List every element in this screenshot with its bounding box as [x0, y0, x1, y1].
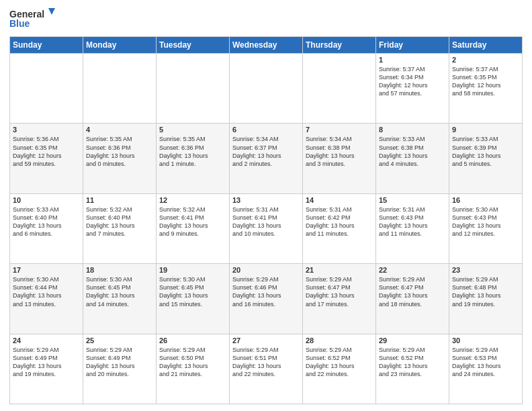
weekday-header-friday: Friday	[376, 37, 449, 54]
calendar-cell	[83, 54, 157, 124]
day-info: Sunrise: 5:35 AM Sunset: 6:36 PM Dayligh…	[86, 135, 153, 168]
calendar-cell: 7Sunrise: 5:34 AM Sunset: 6:38 PM Daylig…	[303, 124, 376, 193]
day-info: Sunrise: 5:29 AM Sunset: 6:53 PM Dayligh…	[452, 346, 519, 379]
calendar-cell: 19Sunrise: 5:30 AM Sunset: 6:45 PM Dayli…	[157, 264, 230, 334]
day-info: Sunrise: 5:32 AM Sunset: 6:40 PM Dayligh…	[86, 205, 153, 238]
calendar-cell: 11Sunrise: 5:32 AM Sunset: 6:40 PM Dayli…	[83, 193, 157, 263]
day-info: Sunrise: 5:34 AM Sunset: 6:37 PM Dayligh…	[232, 135, 300, 168]
calendar-cell: 17Sunrise: 5:30 AM Sunset: 6:44 PM Dayli…	[10, 264, 83, 334]
calendar-cell: 15Sunrise: 5:31 AM Sunset: 6:43 PM Dayli…	[376, 193, 449, 263]
calendar-cell: 22Sunrise: 5:29 AM Sunset: 6:47 PM Dayli…	[376, 264, 449, 334]
day-info: Sunrise: 5:29 AM Sunset: 6:48 PM Dayligh…	[452, 275, 519, 308]
calendar-cell: 12Sunrise: 5:32 AM Sunset: 6:41 PM Dayli…	[157, 193, 230, 263]
day-info: Sunrise: 5:35 AM Sunset: 6:36 PM Dayligh…	[159, 135, 226, 168]
calendar-cell: 6Sunrise: 5:34 AM Sunset: 6:37 PM Daylig…	[230, 124, 303, 193]
weekday-header-sunday: Sunday	[10, 37, 83, 54]
day-info: Sunrise: 5:29 AM Sunset: 6:49 PM Dayligh…	[13, 346, 80, 379]
day-info: Sunrise: 5:37 AM Sunset: 6:34 PM Dayligh…	[379, 65, 446, 98]
day-number: 19	[159, 266, 226, 274]
day-number: 7	[306, 126, 373, 134]
day-info: Sunrise: 5:37 AM Sunset: 6:35 PM Dayligh…	[452, 65, 519, 98]
day-info: Sunrise: 5:29 AM Sunset: 6:51 PM Dayligh…	[232, 346, 300, 379]
day-info: Sunrise: 5:31 AM Sunset: 6:41 PM Dayligh…	[232, 205, 300, 238]
day-number: 16	[452, 196, 519, 204]
weekday-header-monday: Monday	[83, 37, 157, 54]
day-info: Sunrise: 5:30 AM Sunset: 6:44 PM Dayligh…	[13, 275, 80, 308]
calendar-cell: 13Sunrise: 5:31 AM Sunset: 6:41 PM Dayli…	[230, 193, 303, 263]
calendar-cell: 1Sunrise: 5:37 AM Sunset: 6:34 PM Daylig…	[376, 54, 449, 124]
day-info: Sunrise: 5:29 AM Sunset: 6:52 PM Dayligh…	[306, 346, 373, 379]
day-info: Sunrise: 5:33 AM Sunset: 6:40 PM Dayligh…	[13, 205, 80, 238]
header: General Blue	[9, 7, 523, 31]
day-number: 3	[13, 126, 80, 134]
day-number: 5	[159, 126, 226, 134]
calendar-cell: 8Sunrise: 5:33 AM Sunset: 6:38 PM Daylig…	[376, 124, 449, 193]
calendar-page: General Blue SundayMondayTuesdayWednesda…	[0, 0, 532, 411]
day-number: 15	[379, 196, 446, 204]
calendar-cell: 14Sunrise: 5:31 AM Sunset: 6:42 PM Dayli…	[303, 193, 376, 263]
calendar-cell: 25Sunrise: 5:29 AM Sunset: 6:49 PM Dayli…	[83, 334, 157, 404]
day-info: Sunrise: 5:36 AM Sunset: 6:35 PM Dayligh…	[13, 135, 80, 168]
day-number: 29	[379, 336, 446, 345]
calendar-cell: 5Sunrise: 5:35 AM Sunset: 6:36 PM Daylig…	[157, 124, 230, 193]
calendar-cell: 26Sunrise: 5:29 AM Sunset: 6:50 PM Dayli…	[157, 334, 230, 404]
day-number: 20	[232, 266, 300, 274]
calendar-cell	[230, 54, 303, 124]
calendar-week-row: 3Sunrise: 5:36 AM Sunset: 6:35 PM Daylig…	[10, 124, 523, 193]
weekday-header-tuesday: Tuesday	[157, 37, 230, 54]
calendar-cell: 30Sunrise: 5:29 AM Sunset: 6:53 PM Dayli…	[449, 334, 523, 404]
weekday-header-thursday: Thursday	[303, 37, 376, 54]
calendar-cell: 23Sunrise: 5:29 AM Sunset: 6:48 PM Dayli…	[449, 264, 523, 334]
weekday-header-saturday: Saturday	[449, 37, 523, 54]
svg-marker-2	[48, 8, 55, 15]
day-number: 26	[159, 336, 226, 345]
day-info: Sunrise: 5:29 AM Sunset: 6:52 PM Dayligh…	[379, 346, 446, 379]
calendar-cell: 10Sunrise: 5:33 AM Sunset: 6:40 PM Dayli…	[10, 193, 83, 263]
calendar-cell: 27Sunrise: 5:29 AM Sunset: 6:51 PM Dayli…	[230, 334, 303, 404]
day-number: 10	[13, 196, 80, 204]
calendar-cell: 3Sunrise: 5:36 AM Sunset: 6:35 PM Daylig…	[10, 124, 83, 193]
day-number: 14	[306, 196, 373, 204]
day-info: Sunrise: 5:34 AM Sunset: 6:38 PM Dayligh…	[306, 135, 373, 168]
logo-svg: General Blue	[9, 7, 56, 31]
calendar-cell: 2Sunrise: 5:37 AM Sunset: 6:35 PM Daylig…	[449, 54, 523, 124]
day-info: Sunrise: 5:32 AM Sunset: 6:41 PM Dayligh…	[159, 205, 226, 238]
calendar-cell: 21Sunrise: 5:29 AM Sunset: 6:47 PM Dayli…	[303, 264, 376, 334]
logo: General Blue	[9, 7, 56, 31]
day-info: Sunrise: 5:33 AM Sunset: 6:38 PM Dayligh…	[379, 135, 446, 168]
day-number: 28	[306, 336, 373, 345]
calendar-cell: 9Sunrise: 5:33 AM Sunset: 6:39 PM Daylig…	[449, 124, 523, 193]
calendar-cell	[10, 54, 83, 124]
day-info: Sunrise: 5:31 AM Sunset: 6:42 PM Dayligh…	[306, 205, 373, 238]
calendar-cell	[303, 54, 376, 124]
calendar-week-row: 24Sunrise: 5:29 AM Sunset: 6:49 PM Dayli…	[10, 334, 523, 404]
day-number: 1	[379, 56, 446, 64]
day-number: 22	[379, 266, 446, 274]
day-number: 13	[232, 196, 300, 204]
day-number: 25	[86, 336, 153, 345]
day-number: 8	[379, 126, 446, 134]
calendar-cell: 24Sunrise: 5:29 AM Sunset: 6:49 PM Dayli…	[10, 334, 83, 404]
calendar-cell: 28Sunrise: 5:29 AM Sunset: 6:52 PM Dayli…	[303, 334, 376, 404]
calendar-table: SundayMondayTuesdayWednesdayThursdayFrid…	[9, 36, 523, 404]
day-number: 4	[86, 126, 153, 134]
weekday-header-wednesday: Wednesday	[230, 37, 303, 54]
calendar-cell: 4Sunrise: 5:35 AM Sunset: 6:36 PM Daylig…	[83, 124, 157, 193]
day-number: 9	[452, 126, 519, 134]
day-info: Sunrise: 5:29 AM Sunset: 6:46 PM Dayligh…	[232, 275, 300, 308]
day-info: Sunrise: 5:29 AM Sunset: 6:49 PM Dayligh…	[86, 346, 153, 379]
day-number: 12	[159, 196, 226, 204]
day-info: Sunrise: 5:29 AM Sunset: 6:47 PM Dayligh…	[379, 275, 446, 308]
calendar-header-row: SundayMondayTuesdayWednesdayThursdayFrid…	[10, 37, 523, 54]
day-number: 17	[13, 266, 80, 274]
day-info: Sunrise: 5:29 AM Sunset: 6:47 PM Dayligh…	[306, 275, 373, 308]
calendar-cell: 18Sunrise: 5:30 AM Sunset: 6:45 PM Dayli…	[83, 264, 157, 334]
day-info: Sunrise: 5:30 AM Sunset: 6:45 PM Dayligh…	[159, 275, 226, 308]
day-number: 11	[86, 196, 153, 204]
day-number: 27	[232, 336, 300, 345]
calendar-week-row: 1Sunrise: 5:37 AM Sunset: 6:34 PM Daylig…	[10, 54, 523, 124]
calendar-cell: 16Sunrise: 5:30 AM Sunset: 6:43 PM Dayli…	[449, 193, 523, 263]
day-number: 23	[452, 266, 519, 274]
calendar-cell: 20Sunrise: 5:29 AM Sunset: 6:46 PM Dayli…	[230, 264, 303, 334]
day-number: 2	[452, 56, 519, 64]
